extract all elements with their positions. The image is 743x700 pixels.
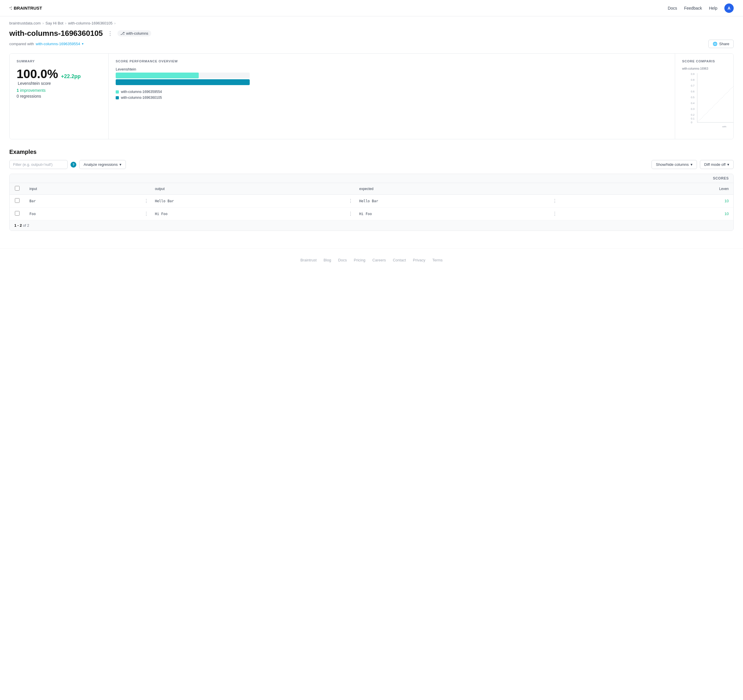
comparison-chart-svg: 0.9 0.8 0.7 0.6 0.5 0.4 0.3 0.2 0.1 0 0 … bbox=[691, 71, 733, 124]
row-output-2: Hi Foo bbox=[150, 207, 346, 221]
footer-link-docs[interactable]: Docs bbox=[338, 258, 347, 262]
svg-text:0.1: 0.1 bbox=[691, 117, 695, 120]
breadcrumb: braintrustdata.com › Say Hi Bot › with-c… bbox=[0, 16, 743, 25]
summary-section: SUMMARY 100.0% +22.2pp Levenshtein score… bbox=[9, 53, 734, 139]
compared-dropdown-icon[interactable]: ▾ bbox=[82, 42, 84, 46]
th-levenshtein: Leven bbox=[559, 183, 733, 195]
footer-link-blog[interactable]: Blog bbox=[324, 258, 331, 262]
pagination-cell: 1 - 2 of 2 bbox=[10, 221, 733, 231]
row-input-menu-btn-2[interactable]: ⋮ bbox=[144, 211, 149, 216]
footer-link-contact[interactable]: Contact bbox=[393, 258, 406, 262]
breadcrumb-current[interactable]: with-columns-1696360105 bbox=[68, 21, 112, 25]
share-button[interactable]: 🌐 Share bbox=[708, 40, 734, 48]
svg-text:0.8: 0.8 bbox=[691, 78, 695, 81]
summary-panel: SUMMARY 100.0% +22.2pp Levenshtein score… bbox=[10, 53, 109, 139]
analyze-regressions-button[interactable]: Analyze regressions ▾ bbox=[79, 160, 126, 169]
row-input-menu-btn-1[interactable]: ⋮ bbox=[144, 198, 149, 204]
legend: with-columns-1696359554 with-columns-169… bbox=[116, 90, 668, 100]
breadcrumb-project[interactable]: Say Hi Bot bbox=[46, 21, 63, 25]
bar-row-levenshtein: Levenshtein bbox=[116, 67, 668, 85]
brand[interactable]: ·: BRAINTRUST bbox=[9, 5, 42, 11]
chart-container: 0.9 0.8 0.7 0.6 0.5 0.4 0.3 0.2 0.1 0 0 … bbox=[682, 71, 727, 133]
diff-mode-dropdown-icon: ▾ bbox=[727, 162, 729, 167]
title-row: with-columns-1696360105 ⋮ ⎇ with-columns bbox=[9, 29, 734, 38]
row-expected-menu-1: ⋮ bbox=[551, 195, 559, 207]
comparison-panel-title: SCORE COMPARIS bbox=[682, 59, 727, 63]
footer-link-terms[interactable]: Terms bbox=[432, 258, 443, 262]
chart-subtitle: with-columns-16963 bbox=[682, 67, 727, 70]
share-globe-icon: 🌐 bbox=[713, 42, 717, 46]
row-check-1 bbox=[10, 195, 25, 207]
bar-fill-v1 bbox=[116, 73, 199, 78]
group-header-empty2 bbox=[150, 174, 355, 183]
diff-mode-button[interactable]: Diff mode off ▾ bbox=[700, 160, 734, 169]
show-hide-columns-button[interactable]: Show/hide columns ▾ bbox=[651, 160, 697, 169]
svg-text:0: 0 bbox=[691, 121, 692, 124]
regressions-row: 0 regressions bbox=[16, 94, 101, 99]
footer-link-careers[interactable]: Careers bbox=[372, 258, 386, 262]
th-output: output bbox=[150, 183, 346, 195]
svg-text:0.7: 0.7 bbox=[691, 84, 695, 87]
nav-feedback-link[interactable]: Feedback bbox=[684, 6, 702, 10]
share-label: Share bbox=[719, 42, 729, 46]
breadcrumb-sep-3: › bbox=[114, 21, 115, 25]
row-checkbox-2[interactable] bbox=[15, 211, 19, 216]
title-menu-button[interactable]: ⋮ bbox=[106, 30, 114, 37]
select-all-checkbox[interactable] bbox=[15, 186, 19, 191]
th-check bbox=[10, 183, 25, 195]
row-output-1: Hello Bar bbox=[150, 195, 346, 207]
filter-input[interactable] bbox=[9, 160, 68, 169]
nav-help-link[interactable]: Help bbox=[709, 6, 717, 10]
nav-docs-link[interactable]: Docs bbox=[668, 6, 677, 10]
navbar: ·: BRAINTRUST Docs Feedback Help A bbox=[0, 0, 743, 16]
branch-badge: ⎇ with-columns bbox=[117, 30, 151, 36]
table-footer-row: 1 - 2 of 2 bbox=[10, 221, 733, 231]
row-expected-menu-btn-2[interactable]: ⋮ bbox=[552, 211, 558, 216]
compared-with-label: compared with bbox=[9, 42, 34, 46]
breadcrumb-sep-2: › bbox=[65, 21, 66, 25]
bar-fill-v2 bbox=[116, 79, 250, 85]
row-expected-2: Hi Foo bbox=[355, 207, 551, 221]
footer-link-privacy[interactable]: Privacy bbox=[413, 258, 425, 262]
diff-mode-label: Diff mode off bbox=[704, 162, 725, 167]
footer-link-braintrust[interactable]: Braintrust bbox=[300, 258, 317, 262]
row-expected-menu-btn-1[interactable]: ⋮ bbox=[552, 198, 558, 204]
page-title: with-columns-1696360105 bbox=[9, 29, 103, 38]
th-expected-menu bbox=[551, 183, 559, 195]
group-header-empty bbox=[10, 174, 150, 183]
page-footer: Braintrust Blog Docs Pricing Careers Con… bbox=[0, 248, 743, 272]
branch-icon: ⎇ bbox=[120, 31, 125, 36]
improvements-row[interactable]: 1 improvements bbox=[16, 88, 101, 93]
pagination-range: 1 - 2 bbox=[14, 223, 22, 228]
table-row: Bar ⋮ Hello Bar ⋮ Hello Bar ⋮ 10 bbox=[10, 195, 733, 207]
improvements-count: 1 bbox=[16, 88, 19, 93]
group-header-scores: scores bbox=[559, 174, 733, 183]
row-input-2: Foo bbox=[25, 207, 142, 221]
row-output-menu-btn-2[interactable]: ⋮ bbox=[348, 211, 354, 216]
legend-dot-v2 bbox=[116, 96, 119, 99]
show-hide-dropdown-icon: ▾ bbox=[691, 162, 693, 167]
filter-input-wrap bbox=[9, 160, 68, 169]
row-input-menu-1: ⋮ bbox=[142, 195, 150, 207]
brand-name: BRAINTRUST bbox=[14, 6, 42, 10]
help-icon[interactable]: ? bbox=[71, 162, 76, 167]
performance-panel: SCORE PERFORMANCE OVERVIEW Levenshtein w… bbox=[109, 53, 675, 139]
legend-label-v1: with-columns-1696359554 bbox=[121, 90, 162, 94]
row-checkbox-1[interactable] bbox=[15, 198, 19, 203]
table-header-row: input output expected Leven bbox=[10, 183, 733, 195]
comparison-panel: SCORE COMPARIS with-columns-16963 0.9 0.… bbox=[675, 53, 733, 139]
row-output-menu-btn-1[interactable]: ⋮ bbox=[348, 198, 354, 204]
legend-item-v1: with-columns-1696359554 bbox=[116, 90, 668, 94]
compared-left: compared with with-columns-1696359554 ▾ bbox=[9, 42, 84, 46]
breadcrumb-home[interactable]: braintrustdata.com bbox=[9, 21, 41, 25]
avatar[interactable]: A bbox=[724, 3, 734, 13]
compared-row: compared with with-columns-1696359554 ▾ … bbox=[9, 40, 734, 48]
page-header: with-columns-1696360105 ⋮ ⎇ with-columns… bbox=[0, 25, 743, 48]
examples-table: scores input output expected Leven bbox=[10, 174, 733, 231]
compared-link[interactable]: with-columns-1696359554 bbox=[36, 42, 80, 46]
footer-link-pricing[interactable]: Pricing bbox=[354, 258, 366, 262]
row-input-menu-2: ⋮ bbox=[142, 207, 150, 221]
breadcrumb-sep-1: › bbox=[43, 21, 44, 25]
bar-label: Levenshtein bbox=[116, 67, 668, 71]
pagination-suffix: of 2 bbox=[23, 223, 30, 228]
